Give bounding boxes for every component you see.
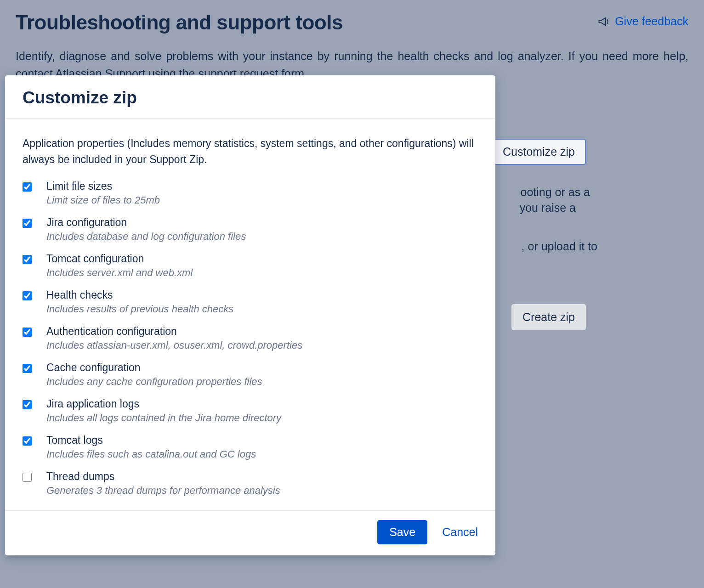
option-row: Thread dumpsGenerates 3 thread dumps for…: [23, 470, 478, 497]
option-label: Cache configuration: [46, 362, 262, 374]
option-hint: Includes database and log configuration …: [46, 231, 246, 243]
option-row: Cache configurationIncludes any cache co…: [23, 362, 478, 388]
save-button[interactable]: Save: [377, 520, 427, 544]
option-checkbox[interactable]: [23, 182, 32, 192]
modal-title: Customize zip: [23, 88, 478, 107]
customize-zip-button[interactable]: Customize zip: [492, 139, 586, 165]
option-text: Tomcat configurationIncludes server.xml …: [46, 253, 193, 279]
option-row: Limit file sizesLimit size of files to 2…: [23, 180, 478, 206]
option-checkbox[interactable]: [23, 436, 32, 446]
option-hint: Generates 3 thread dumps for performance…: [46, 485, 280, 497]
option-label: Tomcat configuration: [46, 253, 193, 265]
modal-description: Application properties (Includes memory …: [23, 136, 478, 167]
option-checkbox[interactable]: [23, 328, 32, 337]
option-text: Authentication configurationIncludes atl…: [46, 325, 302, 351]
option-text: Health checksIncludes results of previou…: [46, 289, 233, 315]
option-row: Tomcat logsIncludes files such as catali…: [23, 434, 478, 460]
option-text: Thread dumpsGenerates 3 thread dumps for…: [46, 470, 280, 497]
option-checkbox[interactable]: [23, 219, 32, 228]
option-hint: Includes results of previous health chec…: [46, 303, 233, 315]
option-label: Authentication configuration: [46, 325, 302, 338]
give-feedback-label: Give feedback: [615, 15, 688, 28]
option-row: Jira configurationIncludes database and …: [23, 216, 478, 243]
option-label: Limit file sizes: [46, 180, 160, 192]
option-row: Jira application logsIncludes all logs c…: [23, 398, 478, 424]
cancel-button[interactable]: Cancel: [442, 526, 478, 539]
customize-zip-modal: Customize zip Application properties (In…: [5, 75, 495, 555]
option-checkbox[interactable]: [23, 291, 32, 300]
option-text: Cache configurationIncludes any cache co…: [46, 362, 262, 388]
option-text: Tomcat logsIncludes files such as catali…: [46, 434, 256, 460]
modal-body: Application properties (Includes memory …: [5, 119, 495, 510]
option-checkbox[interactable]: [23, 255, 32, 264]
option-row: Authentication configurationIncludes atl…: [23, 325, 478, 351]
option-checkbox[interactable]: [23, 364, 32, 373]
option-hint: Limit size of files to 25mb: [46, 194, 160, 206]
background-text-fragment: ooting or as a: [521, 186, 590, 199]
option-label: Thread dumps: [46, 470, 280, 483]
option-text: Limit file sizesLimit size of files to 2…: [46, 180, 160, 206]
option-hint: Includes server.xml and web.xml: [46, 267, 193, 279]
option-hint: Includes all logs contained in the Jira …: [46, 412, 281, 424]
option-text: Jira configurationIncludes database and …: [46, 216, 246, 243]
option-checkbox[interactable]: [23, 400, 32, 409]
option-label: Jira configuration: [46, 216, 246, 229]
option-label: Tomcat logs: [46, 434, 256, 447]
page-header: Troubleshooting and support tools Give f…: [16, 11, 688, 34]
option-text: Jira application logsIncludes all logs c…: [46, 398, 281, 424]
option-hint: Includes atlassian-user.xml, osuser.xml,…: [46, 339, 302, 351]
option-row: Tomcat configurationIncludes server.xml …: [23, 253, 478, 279]
modal-header: Customize zip: [5, 75, 495, 119]
background-text-fragment: you raise a: [520, 201, 576, 215]
megaphone-icon: [597, 15, 610, 28]
modal-footer: Save Cancel: [5, 510, 495, 555]
option-hint: Includes files such as catalina.out and …: [46, 448, 256, 460]
options-list: Limit file sizesLimit size of files to 2…: [23, 180, 478, 497]
option-hint: Includes any cache configuration propert…: [46, 376, 262, 388]
create-zip-button[interactable]: Create zip: [511, 304, 586, 330]
option-checkbox[interactable]: [23, 473, 32, 482]
give-feedback-link[interactable]: Give feedback: [597, 15, 688, 28]
option-label: Jira application logs: [46, 398, 281, 410]
option-row: Health checksIncludes results of previou…: [23, 289, 478, 315]
background-text-fragment: , or upload it to: [522, 240, 597, 253]
page-title: Troubleshooting and support tools: [16, 11, 343, 34]
option-label: Health checks: [46, 289, 233, 301]
